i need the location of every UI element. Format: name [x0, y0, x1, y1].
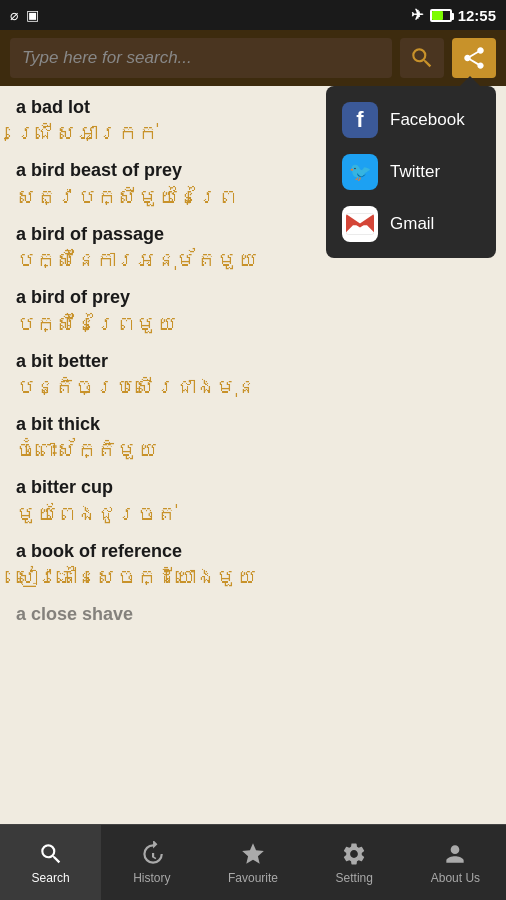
english-6: a bitter cup: [16, 476, 490, 499]
gmail-icon: [342, 206, 378, 242]
english-3: a bird of prey: [16, 286, 490, 309]
twitter-icon: 🐦: [342, 154, 378, 190]
dict-entry-6[interactable]: a bitter cup មួយពែងជូរចត់: [16, 476, 490, 527]
nav-history[interactable]: History: [101, 824, 202, 900]
share-twitter[interactable]: 🐦 Twitter: [326, 146, 496, 198]
khmer-5: ចំពោះស័ក្តិមួយ: [16, 436, 490, 464]
twitter-label: Twitter: [390, 162, 440, 182]
search-input-container[interactable]: Type here for search...: [10, 38, 392, 78]
dict-entry-3[interactable]: a bird of prey បក្សីនៃព្រៃមួយ: [16, 286, 490, 337]
share-dropdown: f Facebook 🐦 Twitter Gmail: [326, 86, 496, 258]
gmail-label: Gmail: [390, 214, 434, 234]
bottom-nav: Search History Favourite Setting About U…: [0, 824, 506, 900]
nav-search[interactable]: Search: [0, 824, 101, 900]
english-8: a close shave: [16, 603, 490, 626]
nav-setting[interactable]: Setting: [304, 824, 405, 900]
nav-favourite-icon: [240, 841, 266, 867]
facebook-label: Facebook: [390, 110, 465, 130]
status-bar: ⌀ ▣ ✈ 12:55: [0, 0, 506, 30]
status-left-icons: ⌀ ▣: [10, 7, 39, 23]
storage-icon: ▣: [26, 7, 39, 23]
khmer-6: មួយពែងជូរចត់: [16, 500, 490, 528]
dict-entry-7[interactable]: a book of reference សៀវភៅនៃសេចក្ដីយោងមួយ: [16, 540, 490, 591]
khmer-3: បក្សីនៃព្រៃមួយ: [16, 310, 490, 338]
dict-entry-8[interactable]: a close shave: [16, 603, 490, 626]
nav-favourite-label: Favourite: [228, 871, 278, 885]
english-7: a book of reference: [16, 540, 490, 563]
clock: 12:55: [458, 7, 496, 24]
search-placeholder: Type here for search...: [22, 48, 192, 68]
battery-icon: [430, 9, 452, 22]
nav-setting-icon: [341, 841, 367, 867]
share-facebook[interactable]: f Facebook: [326, 94, 496, 146]
nav-about[interactable]: About Us: [405, 824, 506, 900]
search-icon: [409, 45, 435, 71]
nav-about-label: About Us: [431, 871, 480, 885]
dict-entry-4[interactable]: a bit better បន្តិចប្រសើរជាងមុន: [16, 350, 490, 401]
nav-history-label: History: [133, 871, 170, 885]
nav-search-label: Search: [32, 871, 70, 885]
khmer-4: បន្តិចប្រសើរជាងមុន: [16, 373, 490, 401]
share-button[interactable]: [452, 38, 496, 78]
khmer-7: សៀវភៅនៃសេចក្ដីយោងមួយ: [16, 563, 490, 591]
status-right-icons: ✈ 12:55: [411, 6, 496, 24]
share-icon: [461, 45, 487, 71]
usb-icon: ⌀: [10, 7, 18, 23]
share-gmail[interactable]: Gmail: [326, 198, 496, 250]
dict-entry-5[interactable]: a bit thick ចំពោះស័ក្តិមួយ: [16, 413, 490, 464]
nav-favourite[interactable]: Favourite: [202, 824, 303, 900]
nav-search-icon: [38, 841, 64, 867]
airplane-icon: ✈: [411, 6, 424, 24]
english-4: a bit better: [16, 350, 490, 373]
english-5: a bit thick: [16, 413, 490, 436]
nav-history-icon: [139, 841, 165, 867]
facebook-icon: f: [342, 102, 378, 138]
nav-setting-label: Setting: [336, 871, 373, 885]
nav-about-icon: [442, 841, 468, 867]
search-bar: Type here for search...: [0, 30, 506, 86]
search-button[interactable]: [400, 38, 444, 78]
